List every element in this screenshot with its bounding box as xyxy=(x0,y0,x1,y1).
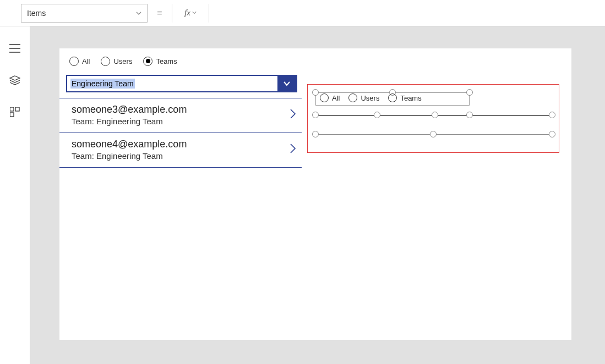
chevron-down-icon xyxy=(136,9,141,18)
selection-handle-icon[interactable] xyxy=(466,89,473,96)
app-left-panel: All Users Teams Engineering Team xyxy=(59,53,302,168)
selection-handle-icon[interactable] xyxy=(430,131,437,137)
list-item-primary: someone4@example.com xyxy=(72,139,187,150)
property-selector-label: Items xyxy=(27,9,46,18)
chevron-down-icon xyxy=(283,80,291,87)
radio-label: Users xyxy=(113,57,132,65)
list-item-primary: someone3@example.com xyxy=(72,104,187,115)
radio-circle-icon xyxy=(320,93,329,102)
svg-rect-2 xyxy=(10,113,14,117)
design-canvas[interactable]: All Users Teams Engineering Team xyxy=(59,48,571,340)
design-canvas-wrap[interactable]: All Users Teams Engineering Team xyxy=(30,26,605,364)
selection-handle-icon[interactable] xyxy=(374,112,380,118)
property-selector[interactable]: Items xyxy=(21,4,148,23)
selection-handle-icon[interactable] xyxy=(549,112,555,118)
filter-radio-group: All Users Teams xyxy=(59,53,302,69)
search-input-value: Engineering Team xyxy=(70,79,135,89)
selection-handle-icon[interactable] xyxy=(432,112,438,118)
radio-label: All xyxy=(332,94,340,102)
radio-circle-icon xyxy=(388,93,397,102)
radio-users[interactable]: Users xyxy=(101,57,132,66)
radio-label: All xyxy=(82,57,90,65)
list-item-secondary: Team: Engineering Team xyxy=(72,151,187,161)
list-item[interactable]: someone3@example.com Team: Engineering T… xyxy=(59,98,302,133)
chevron-down-icon xyxy=(192,10,197,16)
equals-label: = xyxy=(148,8,172,18)
design-radio-teams[interactable]: Teams xyxy=(388,93,421,102)
design-radio-all[interactable]: All xyxy=(320,93,340,102)
radio-circle-icon xyxy=(348,93,357,102)
radio-label: Users xyxy=(361,94,379,102)
chevron-right-icon xyxy=(288,142,297,157)
search-box: Engineering Team xyxy=(66,75,297,92)
apps-icon[interactable] xyxy=(8,106,21,119)
selection-handle-icon[interactable] xyxy=(312,89,319,96)
radio-circle-icon xyxy=(143,57,152,66)
design-radio-group: All Users Teams xyxy=(320,93,422,102)
radio-circle-icon xyxy=(101,57,110,66)
selection-handle-icon[interactable] xyxy=(466,112,473,118)
list-item-secondary: Team: Engineering Team xyxy=(72,117,187,126)
design-radio-users[interactable]: Users xyxy=(348,93,379,102)
formula-bar: Items = fx xyxy=(0,0,605,26)
results-list: someone3@example.com Team: Engineering T… xyxy=(59,98,302,168)
selection-handle-icon[interactable] xyxy=(312,131,319,137)
selected-control-group[interactable]: All Users Teams xyxy=(307,84,559,153)
svg-rect-1 xyxy=(15,107,19,111)
radio-teams[interactable]: Teams xyxy=(143,57,177,66)
hamburger-icon[interactable] xyxy=(8,42,21,55)
radio-label: Teams xyxy=(400,94,421,102)
radio-circle-icon xyxy=(69,57,79,66)
selection-handle-icon[interactable] xyxy=(549,131,555,137)
svg-rect-0 xyxy=(10,107,14,111)
list-item[interactable]: someone4@example.com Team: Engineering T… xyxy=(59,133,302,168)
radio-all[interactable]: All xyxy=(69,57,90,66)
fx-dropdown[interactable]: fx xyxy=(172,4,209,23)
left-rail xyxy=(0,26,30,364)
radio-label: Teams xyxy=(156,57,177,65)
fx-label: fx xyxy=(184,8,190,18)
search-dropdown-button[interactable] xyxy=(277,76,296,91)
search-input[interactable]: Engineering Team xyxy=(67,76,277,91)
chevron-right-icon xyxy=(288,107,297,123)
selection-handle-icon[interactable] xyxy=(312,112,319,118)
layers-icon[interactable] xyxy=(8,74,21,87)
formula-input[interactable] xyxy=(209,4,605,23)
